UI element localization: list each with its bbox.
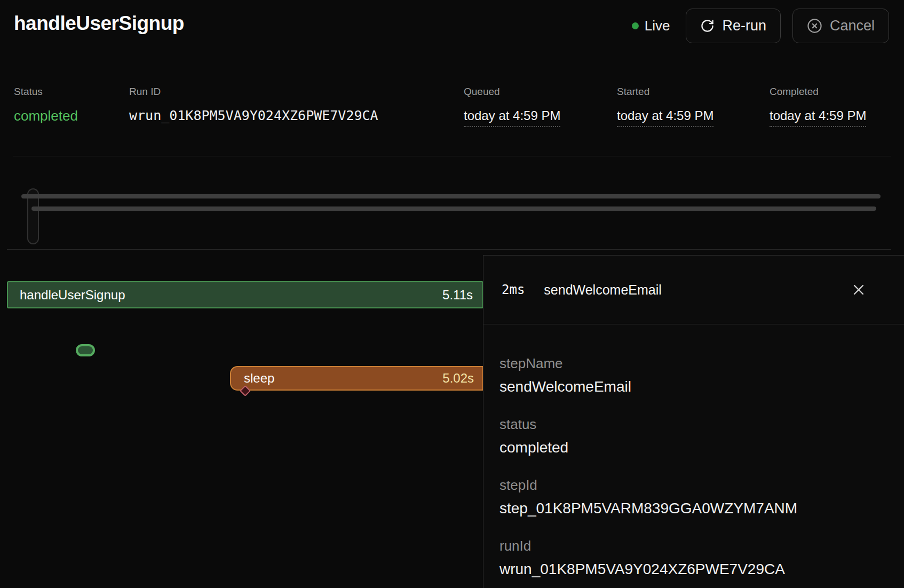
- panel-runid-value: wrun_01K8PM5VA9Y024XZ6PWE7V29CA: [499, 560, 888, 578]
- sleep-span-duration: 5.02s: [442, 371, 474, 386]
- stepid-label: stepId: [499, 477, 888, 493]
- live-indicator: Live: [632, 18, 670, 34]
- live-label: Live: [645, 18, 670, 34]
- circle-x-icon: [807, 18, 822, 34]
- cancel-button[interactable]: Cancel: [792, 9, 889, 43]
- live-dot-icon: [632, 22, 639, 29]
- close-panel-button[interactable]: [847, 279, 870, 301]
- refresh-icon: [700, 19, 715, 33]
- rerun-button[interactable]: Re-run: [686, 9, 781, 43]
- workflow-span-name: handleUserSignup: [20, 288, 125, 303]
- stepname-label: stepName: [499, 355, 888, 371]
- sleep-span-name: sleep: [244, 371, 274, 386]
- meta-field-run-id: Run ID wrun_01K8PM5VA9Y024XZ6PWE7V29CA: [129, 85, 378, 124]
- meta-field-completed: Completed today at 4:59 PM: [770, 85, 866, 127]
- header-actions: Live Re-run Cancel: [628, 9, 889, 43]
- detail-field-stepid: stepId step_01K8PM5VARM839GGA0WZYM7ANM: [499, 477, 888, 518]
- step-status-label: status: [499, 416, 888, 432]
- rerun-label: Re-run: [722, 18, 766, 34]
- step-marker-pill[interactable]: [76, 344, 95, 356]
- app-root: handleUserSignup Live Re-run: [0, 0, 904, 588]
- completed-value[interactable]: today at 4:59 PM: [770, 108, 866, 127]
- run-id-value: wrun_01K8PM5VA9Y024XZ6PWE7V29CA: [129, 108, 378, 124]
- run-id-label: Run ID: [129, 85, 378, 98]
- workflow-span-bar[interactable]: handleUserSignup 5.11s: [7, 281, 483, 308]
- meta-field-status: Status completed: [14, 85, 78, 124]
- status-label: Status: [14, 85, 78, 98]
- panel-body: stepName sendWelcomeEmail status complet…: [483, 324, 904, 578]
- stepid-value: step_01K8PM5VARM839GGA0WZYM7ANM: [499, 499, 888, 518]
- cancel-label: Cancel: [830, 18, 875, 34]
- panel-runid-label: runId: [499, 538, 888, 554]
- minimap-bar-workflow: [21, 194, 881, 198]
- panel-header: 2ms sendWelcomeEmail: [483, 256, 904, 324]
- waterfall-timeline: handleUserSignup 5.11s sleep 5.02s: [0, 250, 483, 588]
- meta-field-queued: Queued today at 4:59 PM: [464, 85, 560, 127]
- sleep-span-bar[interactable]: sleep 5.02s: [230, 366, 483, 391]
- workflow-span-duration: 5.11s: [442, 288, 473, 303]
- detail-field-status: status completed: [499, 416, 888, 457]
- status-value: completed: [14, 108, 78, 124]
- stepname-value: sendWelcomeEmail: [499, 378, 888, 396]
- detail-field-runid: runId wrun_01K8PM5VA9Y024XZ6PWE7V29CA: [499, 538, 888, 578]
- close-icon: [850, 281, 867, 300]
- started-label: Started: [617, 85, 713, 98]
- timeline-minimap: [0, 156, 904, 249]
- started-value[interactable]: today at 4:59 PM: [617, 108, 713, 127]
- queued-value[interactable]: today at 4:59 PM: [464, 108, 560, 127]
- step-status-value: completed: [499, 439, 888, 457]
- step-duration-badge: 2ms: [502, 282, 525, 297]
- page-title: handleUserSignup: [14, 12, 184, 35]
- step-details-panel: 2ms sendWelcomeEmail stepName sendWelcom…: [483, 255, 904, 588]
- meta-field-started: Started today at 4:59 PM: [617, 85, 713, 127]
- completed-label: Completed: [770, 85, 866, 98]
- queued-label: Queued: [464, 85, 560, 98]
- panel-step-title: sendWelcomeEmail: [544, 282, 661, 298]
- minimap-bar-sleep: [31, 206, 876, 211]
- detail-field-stepname: stepName sendWelcomeEmail: [499, 355, 888, 396]
